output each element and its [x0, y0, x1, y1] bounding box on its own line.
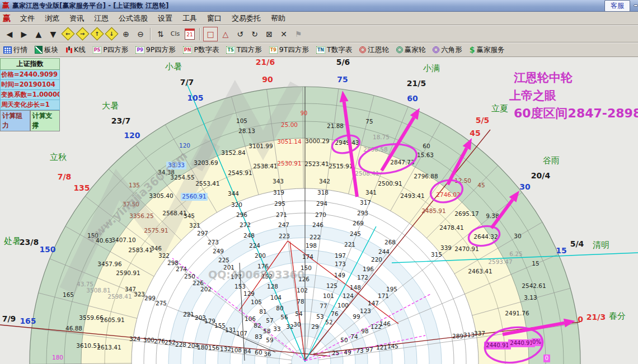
- wheel-label: 294: [316, 200, 327, 207]
- rect-tool-icon[interactable]: □: [203, 27, 218, 41]
- wheel-label: 3508.81: [86, 287, 110, 294]
- wheel-label: 80: [276, 305, 283, 311]
- menu-item-5[interactable]: 设置: [153, 12, 177, 25]
- wheel-outer-label: 45: [470, 129, 480, 138]
- wheel-label: 128: [267, 283, 278, 290]
- tilt-up-icon[interactable]: ▲: [32, 27, 45, 41]
- index-info-rows: 价格=2440.9099时间=20190104变换系数=1.00000周天变化步…: [0, 70, 60, 110]
- updown-icon[interactable]: ⇅: [154, 27, 167, 41]
- nav-back-icon[interactable]: ◀: [3, 27, 16, 41]
- wheel-label: 272: [240, 221, 251, 228]
- region-tool-icon[interactable]: ⊠: [262, 27, 276, 41]
- ribbon-item-grid[interactable]: 行情: [3, 45, 27, 55]
- ribbon-item-ring[interactable]: 六角形: [433, 45, 462, 55]
- ribbon-item-ring[interactable]: 赢家轮: [396, 45, 426, 55]
- wheel-outer-label: 20/4: [531, 171, 551, 180]
- menu-item-3[interactable]: 江恩: [89, 12, 114, 25]
- candle-icon: [65, 46, 72, 54]
- wheel-label: 180: [197, 344, 208, 351]
- annotation-line-2: 上帝之眼: [509, 88, 556, 103]
- wheel-label: 21.88: [327, 122, 344, 129]
- menu-item-2[interactable]: 资讯: [64, 12, 89, 25]
- wheel-label: 225: [218, 257, 229, 263]
- ribbon-item-candle[interactable]: K线: [65, 45, 86, 55]
- flag-tool-icon[interactable]: ⚑: [292, 27, 305, 41]
- tilt-down-icon[interactable]: ▼: [46, 27, 60, 41]
- ribbon-label: 板块: [44, 45, 58, 55]
- wheel-outer-label: 春分: [609, 311, 626, 321]
- pan-left-icon[interactable]: ←: [61, 27, 74, 41]
- ribbon-item-P9[interactable]: P99P四方形: [135, 45, 175, 55]
- wheel-label: 2440.91: [486, 342, 509, 348]
- ribbon-item-TS[interactable]: TST四方形: [226, 45, 261, 55]
- calc-support-button[interactable]: 计算支撑: [30, 110, 60, 131]
- pan-down-icon[interactable]: ↓: [105, 27, 118, 41]
- menu-item-1[interactable]: 浏览: [40, 12, 64, 25]
- wheel-label: 2796.88: [414, 173, 438, 179]
- wheel-label: 320: [231, 201, 242, 208]
- wheel-label: 30: [514, 233, 521, 239]
- calendar-icon[interactable]: 21: [183, 27, 196, 41]
- wheel-label: 224: [249, 242, 260, 249]
- wheel-label: 297: [197, 230, 208, 237]
- gann-wheel-chart: 1059025.007521.8818.756015.634512.50309.…: [0, 57, 638, 364]
- menu-item-4[interactable]: 公式选股: [114, 12, 153, 25]
- zoom-in-icon[interactable]: ⊕: [119, 27, 133, 41]
- wheel-label: 244: [378, 248, 390, 255]
- ribbon-item-PS[interactable]: PSP四方形: [93, 45, 129, 55]
- wheel-label: 248: [243, 232, 255, 239]
- wheel-label: 2515.91: [329, 163, 353, 169]
- wheel-label: 296: [236, 211, 247, 218]
- wheel-label: 315: [431, 251, 442, 258]
- scatter-tool-icon[interactable]: ✕: [277, 27, 290, 41]
- wheel-outer-label: 120: [124, 131, 140, 140]
- app-window: 赢 赢家江恩专业版[赢家服务平台] - [上证指数 江恩轮] 客服 赢 文件浏览…: [0, 0, 638, 364]
- wheel-label: 172: [357, 274, 368, 281]
- wheel-outer-label: 15: [556, 246, 566, 255]
- menu-item-6[interactable]: 工具: [177, 12, 202, 25]
- titlebar-partial-button[interactable]: [634, 4, 638, 7]
- wheel-outer-label: 小满: [423, 63, 440, 73]
- rotate-cw-icon[interactable]: ↻: [248, 27, 261, 41]
- info-row-2: 变换系数=1.00000: [0, 90, 60, 100]
- menu-item-8[interactable]: 交易委托: [227, 12, 266, 25]
- triangle-tool-icon[interactable]: △: [219, 27, 232, 41]
- wheel-label: 345: [184, 212, 195, 219]
- wheel-outer-label: 处暑: [4, 236, 21, 246]
- customer-service-button[interactable]: 客服: [604, 0, 630, 12]
- wheel-outer-label: 0: [578, 315, 583, 324]
- wheel-label: 106: [245, 315, 256, 322]
- ribbon-item-T9[interactable]: T99T四方形: [269, 45, 309, 55]
- wheel-label: 147: [368, 300, 379, 306]
- ribbon-item-PN[interactable]: PNP数字表: [183, 45, 219, 55]
- ribbon-label: 江恩轮: [368, 45, 389, 55]
- pan-right-icon[interactable]: →: [76, 27, 89, 41]
- ribbon-item-dollar[interactable]: $赢家服务: [470, 45, 505, 55]
- menu-item-9[interactable]: 帮助: [266, 12, 290, 25]
- wheel-outer-label: 立秋: [50, 152, 67, 162]
- wheel-outer-label: 23/7: [111, 116, 130, 125]
- zoom-out-icon[interactable]: ⊖: [134, 27, 147, 41]
- ribbon-item-ring[interactable]: 江恩轮: [359, 45, 389, 55]
- wheel-label: 341: [365, 189, 377, 196]
- wheel-label: 2644.32: [473, 233, 498, 240]
- nav-forward-icon[interactable]: ▶: [17, 27, 31, 41]
- menu-item-0[interactable]: 文件: [15, 12, 40, 25]
- wheel-label: 2560.91: [182, 193, 206, 200]
- wheel-label: 202: [200, 286, 212, 292]
- menu-item-7[interactable]: 窗口: [202, 12, 227, 25]
- wheel-label: 82: [254, 322, 261, 329]
- wheel-label: 173: [335, 261, 346, 267]
- ribbon-item-blocks[interactable]: 板块: [35, 45, 58, 55]
- wheel-label: 222: [309, 234, 321, 240]
- wheel-label: 108: [231, 347, 242, 353]
- pan-up-icon[interactable]: ↑: [90, 27, 104, 41]
- rotate-ccw-icon[interactable]: ↺: [233, 27, 247, 41]
- wheel-label: 2440.91: [510, 340, 533, 346]
- calc-resistance-button[interactable]: 计算阻力: [0, 110, 30, 131]
- wheel-label: 73: [356, 347, 363, 354]
- wheel-label: 268: [384, 239, 396, 245]
- wheel-label: 2478.41: [439, 224, 463, 231]
- ribbon-item-TN[interactable]: TNT数字表: [316, 45, 352, 55]
- cls-button[interactable]: Cls: [168, 27, 182, 41]
